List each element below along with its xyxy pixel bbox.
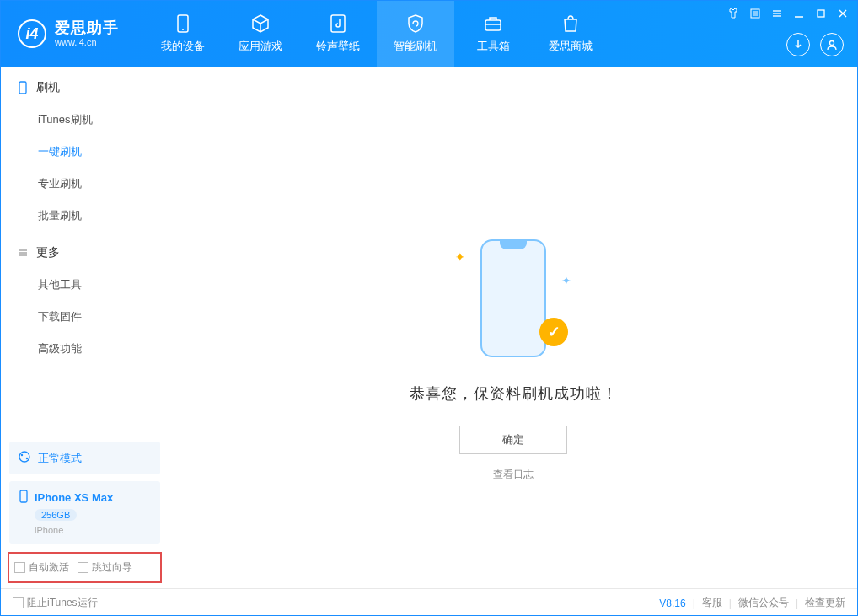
phone-icon bbox=[173, 13, 193, 34]
close-button[interactable] bbox=[835, 6, 850, 21]
device-capacity: 256GB bbox=[35, 509, 77, 521]
options-highlight-box: 自动激活 跳过向导 bbox=[8, 552, 162, 583]
svg-point-21 bbox=[21, 454, 23, 456]
footer-link-wechat[interactable]: 微信公众号 bbox=[738, 596, 789, 610]
svg-rect-16 bbox=[19, 82, 26, 94]
sidebar-item-oneclick-flash[interactable]: 一键刷机 bbox=[1, 136, 169, 168]
checkbox-icon bbox=[78, 562, 88, 573]
window-controls bbox=[726, 6, 850, 21]
device-mode-box[interactable]: 正常模式 bbox=[9, 442, 160, 474]
download-button[interactable] bbox=[786, 33, 810, 56]
version-label: V8.16 bbox=[659, 597, 685, 609]
footer-link-update[interactable]: 检查更新 bbox=[805, 596, 845, 610]
checkbox-auto-activate[interactable]: 自动激活 bbox=[14, 560, 69, 575]
checkbox-label: 阻止iTunes运行 bbox=[27, 596, 98, 610]
device-phone-icon bbox=[18, 490, 29, 506]
phone-graphic bbox=[480, 239, 546, 357]
tab-label: 应用游戏 bbox=[239, 39, 282, 54]
tab-store[interactable]: 爱思商城 bbox=[532, 1, 609, 67]
minimize-button[interactable] bbox=[791, 6, 807, 21]
shield-refresh-icon bbox=[405, 13, 426, 34]
sidebar-item-batch-flash[interactable]: 批量刷机 bbox=[1, 200, 169, 232]
svg-rect-23 bbox=[20, 490, 27, 502]
logo-text: 爱思助手 www.i4.cn bbox=[55, 20, 119, 47]
sidebar-item-itunes-flash[interactable]: iTunes刷机 bbox=[1, 104, 169, 136]
tab-ringtones-wallpapers[interactable]: 铃声壁纸 bbox=[299, 1, 377, 67]
sidebar-item-advanced[interactable]: 高级功能 bbox=[1, 333, 169, 365]
sidebar: 刷机 iTunes刷机 一键刷机 专业刷机 批量刷机 更多 其他工具 下载固件 … bbox=[1, 67, 169, 588]
sidebar-item-pro-flash[interactable]: 专业刷机 bbox=[1, 168, 169, 200]
nav-tabs: 我的设备 应用游戏 铃声壁纸 智能刷机 工具箱 爱思商城 bbox=[144, 1, 609, 67]
section-title: 更多 bbox=[36, 245, 60, 260]
shirt-icon[interactable] bbox=[726, 6, 741, 21]
svg-point-22 bbox=[26, 458, 28, 459]
svg-point-1 bbox=[182, 29, 184, 30]
list-icon[interactable] bbox=[748, 6, 763, 21]
cube-icon bbox=[250, 13, 271, 34]
tab-label: 智能刷机 bbox=[394, 39, 437, 54]
logo-subtitle: www.i4.cn bbox=[55, 37, 119, 47]
sparkle-icon: ✦ bbox=[561, 274, 571, 287]
sidebar-item-other-tools[interactable]: 其他工具 bbox=[1, 269, 169, 301]
mode-icon bbox=[18, 450, 31, 466]
tab-label: 铃声壁纸 bbox=[316, 39, 360, 54]
tab-label: 我的设备 bbox=[161, 39, 205, 54]
tab-label: 爱思商城 bbox=[549, 39, 593, 54]
tab-smart-flash[interactable]: 智能刷机 bbox=[377, 1, 454, 67]
device-info-box[interactable]: iPhone XS Max 256GB iPhone bbox=[9, 481, 160, 544]
footer-link-service[interactable]: 客服 bbox=[702, 596, 722, 610]
checkbox-block-itunes[interactable]: 阻止iTunes运行 bbox=[13, 596, 98, 610]
success-illustration: ✦ ✦ ✓ bbox=[467, 235, 560, 362]
logo-area: i4 爱思助手 www.i4.cn bbox=[1, 19, 136, 48]
checkbox-label: 跳过向导 bbox=[92, 560, 132, 575]
checkbox-label: 自动激活 bbox=[29, 560, 69, 575]
sidebar-section-flash: 刷机 bbox=[1, 67, 169, 104]
shopping-bag-icon bbox=[560, 13, 581, 34]
logo-icon: i4 bbox=[18, 19, 46, 48]
success-message: 恭喜您，保资料刷机成功啦！ bbox=[410, 383, 618, 404]
mode-label: 正常模式 bbox=[38, 451, 82, 466]
footer-bar: 阻止iTunes运行 V8.16 | 客服 | 微信公众号 | 检查更新 bbox=[1, 588, 857, 616]
device-type: iPhone bbox=[35, 525, 152, 535]
sparkle-icon: ✦ bbox=[455, 250, 465, 264]
svg-rect-3 bbox=[485, 20, 501, 30]
section-title: 刷机 bbox=[36, 80, 60, 95]
logo-title: 爱思助手 bbox=[55, 20, 119, 37]
toolbox-icon bbox=[483, 13, 503, 34]
svg-rect-12 bbox=[818, 10, 824, 17]
sidebar-section-more: 更多 bbox=[1, 232, 169, 269]
app-header: i4 爱思助手 www.i4.cn 我的设备 应用游戏 铃声壁纸 智能刷机 工具… bbox=[1, 1, 857, 67]
checkbox-icon bbox=[14, 562, 25, 573]
view-log-link[interactable]: 查看日志 bbox=[493, 468, 534, 482]
check-badge-icon: ✓ bbox=[539, 318, 568, 346]
tab-toolbox[interactable]: 工具箱 bbox=[454, 1, 532, 67]
more-icon bbox=[16, 246, 29, 260]
main-content: ✦ ✦ ✓ 恭喜您，保资料刷机成功啦！ 确定 查看日志 bbox=[169, 67, 857, 588]
ok-button[interactable]: 确定 bbox=[459, 426, 567, 454]
sidebar-item-download-firmware[interactable]: 下载固件 bbox=[1, 301, 169, 333]
header-right-buttons bbox=[786, 33, 844, 56]
svg-point-15 bbox=[830, 41, 834, 46]
maximize-button[interactable] bbox=[813, 6, 829, 21]
checkbox-skip-guide[interactable]: 跳过向导 bbox=[78, 560, 132, 575]
checkbox-icon bbox=[13, 597, 24, 608]
tab-my-device[interactable]: 我的设备 bbox=[144, 1, 222, 67]
svg-point-20 bbox=[19, 452, 29, 462]
music-file-icon bbox=[328, 13, 348, 34]
menu-icon[interactable] bbox=[770, 6, 785, 21]
tab-apps-games[interactable]: 应用游戏 bbox=[222, 1, 299, 67]
tab-label: 工具箱 bbox=[477, 39, 510, 54]
device-name: iPhone XS Max bbox=[35, 491, 113, 504]
user-button[interactable] bbox=[820, 33, 844, 56]
phone-outline-icon bbox=[16, 81, 29, 94]
